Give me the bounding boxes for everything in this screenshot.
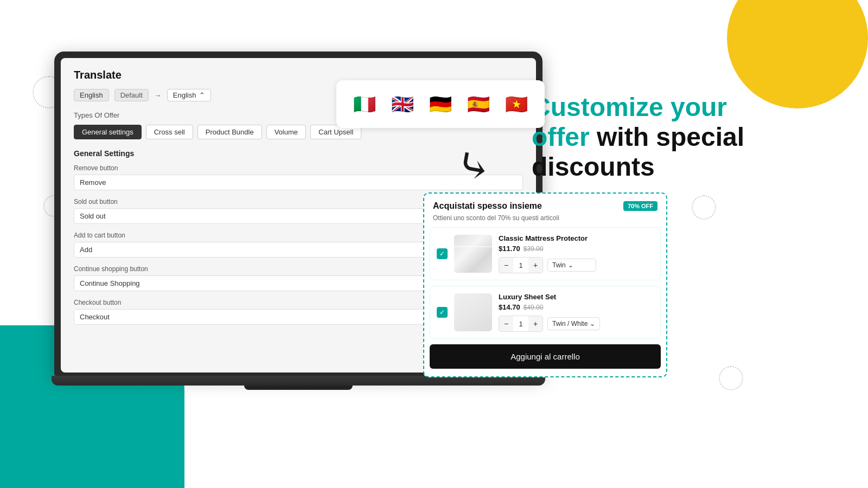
product-1-variant-select[interactable]: Twin ⌄ — [547, 259, 596, 272]
flags-banner: 🇮🇹 🇬🇧 🇩🇪 🇪🇸 🇻🇳 — [336, 80, 545, 128]
product-2-image — [454, 293, 492, 331]
product-2-price-old: $49.00 — [524, 304, 544, 311]
headline-highlight: Customize your — [532, 93, 727, 121]
lang-target-label: English — [173, 91, 196, 99]
lang-default-badge: Default — [114, 89, 149, 101]
discount-badge: 70% OFF — [623, 201, 658, 211]
arrow-right-icon: → — [154, 91, 162, 100]
lang-source-badge: English — [74, 89, 109, 101]
flag-germany[interactable]: 🇩🇪 — [425, 89, 456, 119]
product-1-qty-control: − 1 + — [499, 257, 543, 273]
lang-select-chevron: ⌃ — [199, 91, 205, 99]
bg-dot-right — [692, 195, 716, 220]
product-1-info: Classic Mattress Protector $11.70 $39.00… — [499, 234, 654, 273]
headline-discounts: discounts — [532, 152, 655, 181]
sheet-image — [454, 293, 492, 331]
product-1-qty-minus[interactable]: − — [499, 258, 513, 273]
product-2-price-new: $14.70 — [499, 303, 520, 311]
product-1-qty-row: − 1 + Twin ⌄ — [499, 257, 654, 273]
product-2-variant-select[interactable]: Twin / White ⌄ — [547, 317, 600, 330]
product-2-name: Luxury Sheet Set — [499, 293, 654, 301]
product-2-qty-minus[interactable]: − — [499, 316, 513, 331]
bg-dot-bottom-right — [719, 366, 743, 390]
product-1-variant-chevron: ⌄ — [568, 261, 573, 269]
product-2-qty-value: 1 — [513, 320, 528, 328]
product-2-price-row: $14.70 $49.00 — [499, 303, 654, 311]
widget-header: Acquistati spesso insieme 70% OFF — [424, 194, 666, 214]
add-to-cart-button[interactable]: Aggiungi al carrello — [430, 344, 661, 369]
product-1-checkbox[interactable]: ✓ — [437, 248, 448, 259]
product-2-variant-chevron: ⌄ — [590, 320, 595, 328]
product-card-1: ✓ Classic Mattress Protector $11.70 $39.… — [430, 227, 661, 280]
widget-subtitle: Ottieni uno sconto del 70% su questi art… — [424, 214, 666, 227]
flag-spain[interactable]: 🇪🇸 — [463, 89, 494, 119]
product-1-qty-plus[interactable]: + — [528, 258, 542, 273]
product-2-qty-plus[interactable]: + — [528, 316, 542, 331]
app-title: Translate — [74, 69, 523, 81]
product-2-qty-control: − 1 + — [499, 316, 543, 332]
product-widget: Acquistati spesso insieme 70% OFF Ottien… — [423, 192, 667, 377]
product-2-info: Luxury Sheet Set $14.70 $49.00 − 1 + Twi… — [499, 293, 654, 332]
product-1-qty-value: 1 — [513, 261, 528, 269]
laptop-hinge — [244, 386, 353, 390]
tab-general-settings[interactable]: General settings — [74, 125, 142, 139]
widget-title: Acquistati spesso insieme — [433, 201, 542, 211]
product-1-price-new: $11.70 — [499, 245, 520, 253]
tab-volume[interactable]: Volume — [266, 125, 306, 139]
product-1-price-row: $11.70 $39.00 — [499, 245, 654, 253]
product-1-image — [454, 235, 492, 273]
product-2-checkbox[interactable]: ✓ — [437, 307, 448, 318]
tab-cross-sell[interactable]: Cross sell — [146, 125, 193, 139]
right-text: Customize your offer with special discou… — [532, 92, 835, 182]
product-2-variant-label: Twin / White — [552, 320, 588, 328]
mattress-image — [454, 235, 492, 273]
section-heading: General Settings — [74, 149, 523, 158]
tab-product-bundle[interactable]: Product Bundle — [197, 125, 262, 139]
product-2-qty-row: − 1 + Twin / White ⌄ — [499, 316, 654, 332]
flag-italy[interactable]: 🇮🇹 — [349, 89, 380, 119]
lang-target-select[interactable]: English ⌃ — [167, 89, 212, 101]
headline: Customize your offer with special discou… — [532, 92, 835, 182]
product-card-2: ✓ Luxury Sheet Set $14.70 $49.00 − 1 + T… — [430, 286, 661, 339]
product-1-variant-label: Twin — [552, 261, 566, 269]
product-1-price-old: $39.00 — [524, 245, 544, 253]
headline-with: with special — [590, 123, 744, 151]
product-1-name: Classic Mattress Protector — [499, 234, 654, 242]
flag-vietnam[interactable]: 🇻🇳 — [501, 89, 532, 119]
flag-uk[interactable]: 🇬🇧 — [387, 89, 418, 119]
